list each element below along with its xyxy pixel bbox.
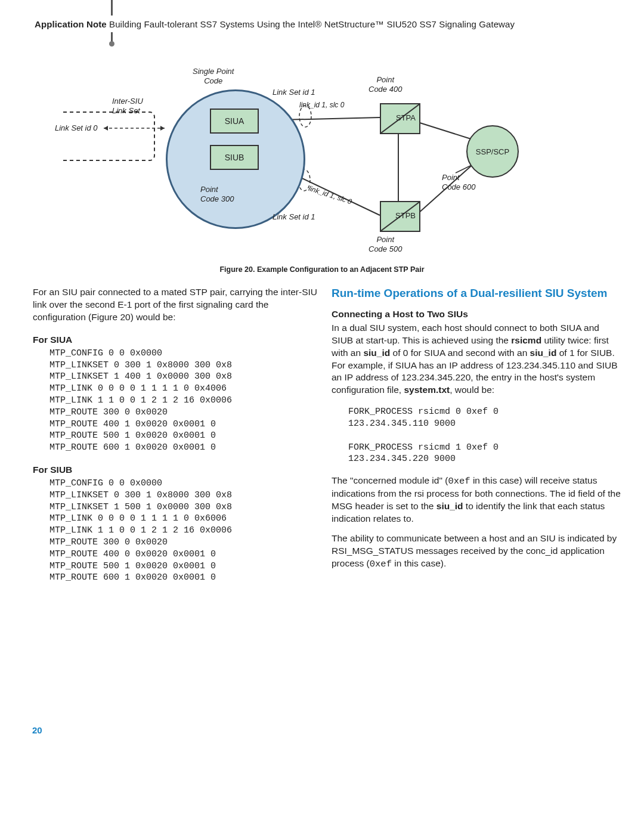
label-linkset0: Link Set id 0 xyxy=(55,123,98,133)
siub-heading: For SIUB xyxy=(33,465,322,475)
svg-line-2 xyxy=(418,122,475,140)
label-linkset1-top: Link Set id 1 xyxy=(273,88,315,97)
label-linkid1-top: link_id 1, slc 0 xyxy=(299,101,344,110)
page-number: 20 xyxy=(32,725,42,735)
stpa-box: STPA xyxy=(380,103,420,134)
section-title: Run-time Operations of a Dual-resilient … xyxy=(332,286,621,301)
label-point300: Point Code 300 xyxy=(200,185,234,205)
header-bold: Application Note xyxy=(35,19,107,29)
figure-20-diagram: SIUA SIUB STPA STPB SSP/SCP Single Point… xyxy=(51,66,540,262)
running-header: Application Note Building Fault-tolerant… xyxy=(35,19,619,29)
left-column: For an SIU pair connected to a mated STP… xyxy=(33,286,322,584)
right-column: Run-time Operations of a Dual-resilient … xyxy=(332,286,621,571)
header-rule-top xyxy=(111,0,113,16)
ssp-scp-circle: SSP/SCP xyxy=(466,125,519,178)
para-1: In a dual SIU system, each host should c… xyxy=(332,322,621,397)
label-point400: Point Code 400 xyxy=(369,75,402,95)
label-point600: Point Code 600 xyxy=(442,173,475,193)
left-intro: For an SIU pair connected to a mated STP… xyxy=(33,286,322,324)
siua-heading: For SIUA xyxy=(33,335,322,345)
siub-code: MTP_CONFIG 0 0 0x0000 MTP_LINKSET 0 300 … xyxy=(49,478,322,584)
siua-code: MTP_CONFIG 0 0 0x0000 MTP_LINKSET 0 300 … xyxy=(49,348,322,454)
siub-box: SIUB xyxy=(210,145,259,170)
figure-caption: Figure 20. Example Configuration to an A… xyxy=(0,265,644,274)
fork-process-code: FORK_PROCESS rsicmd 0 0xef 0 123.234.345… xyxy=(348,406,621,465)
para-2: The "concerned module id" (0xef in this … xyxy=(332,475,621,525)
label-single-point: Single Point Code xyxy=(193,67,234,86)
header-rest: Building Fault-tolerant SS7 Systems Usin… xyxy=(107,19,515,29)
label-point500: Point Code 500 xyxy=(369,235,402,255)
stpb-box: STPB xyxy=(380,201,420,232)
label-linkset1-bot: Link Set id 1 xyxy=(273,212,315,222)
para-3: The ability to communicate between a hos… xyxy=(332,532,621,571)
label-inter-siu: Inter-SIU Link Set xyxy=(112,97,143,116)
subhead-connecting: Connecting a Host to Two SIUs xyxy=(332,309,621,320)
siua-box: SIUA xyxy=(210,109,259,134)
header-dot xyxy=(109,41,114,47)
